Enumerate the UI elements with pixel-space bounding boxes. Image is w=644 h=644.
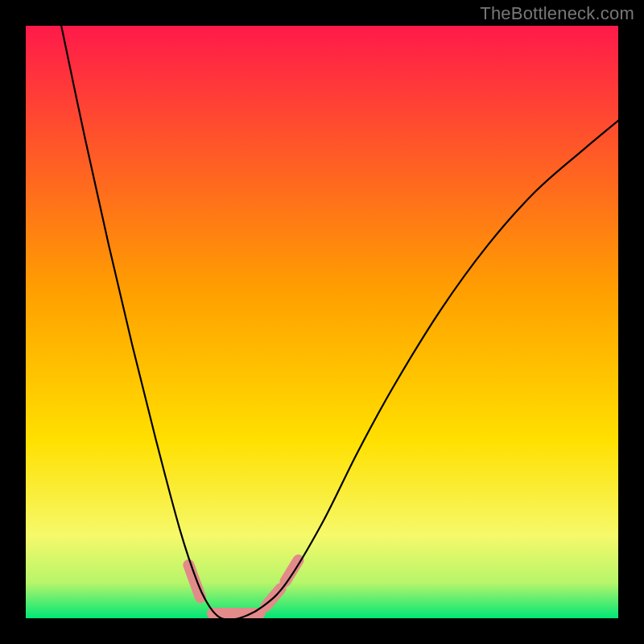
gradient-background [26, 26, 618, 618]
bottleneck-chart [26, 26, 618, 618]
chart-stage: TheBottleneck.com [0, 0, 644, 644]
watermark-text: TheBottleneck.com [480, 3, 634, 24]
